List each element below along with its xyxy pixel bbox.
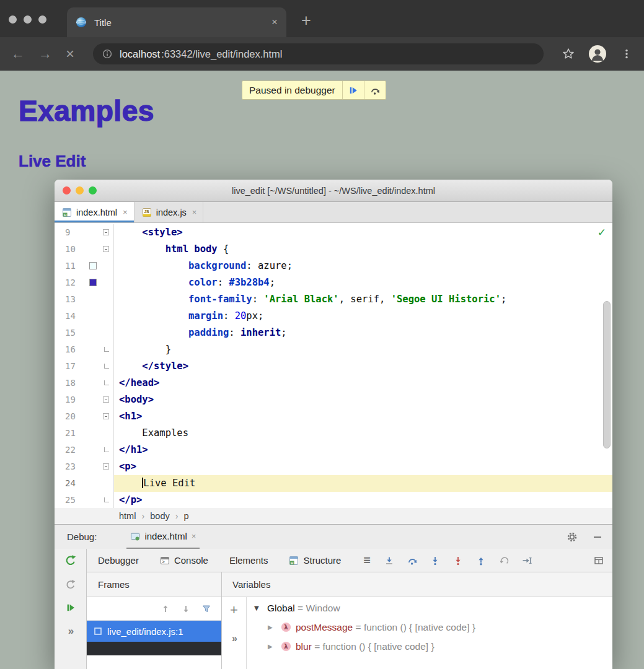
tab-close-icon[interactable]: × [192, 208, 197, 217]
banner-step-over-button[interactable] [364, 81, 386, 99]
new-tab-button[interactable]: + [301, 11, 311, 30]
ide-titlebar[interactable]: live_edit [~/WS/untitled] - ~/WS/live_ed… [55, 180, 612, 202]
code-text[interactable]: </p> [114, 492, 612, 508]
star-icon[interactable] [562, 48, 575, 60]
frame-row[interactable]: live_edit/index.js:1 [87, 621, 221, 642]
code-text[interactable]: </style> [114, 358, 612, 375]
line-number[interactable]: 17 [65, 358, 76, 375]
line-number[interactable]: 24 [65, 475, 76, 492]
run-to-cursor-icon[interactable] [522, 556, 532, 566]
drop-frame-icon[interactable] [499, 556, 509, 566]
forward-icon[interactable]: → [38, 47, 52, 61]
gutter[interactable]: 12 [55, 274, 114, 291]
code-text[interactable]: html body { [114, 241, 612, 258]
tab-elements[interactable]: Elements [229, 555, 268, 566]
gutter[interactable]: 16 [55, 341, 114, 358]
fold-marker[interactable] [103, 413, 109, 419]
code-text[interactable]: <body> [114, 391, 612, 408]
info-icon[interactable] [102, 49, 112, 59]
line-number[interactable]: 13 [65, 291, 76, 308]
code-editor[interactable]: 9 <style>10 html body {11 background: az… [55, 223, 612, 508]
back-icon[interactable]: ← [11, 47, 25, 61]
resume-program-icon[interactable] [66, 603, 76, 613]
code-text[interactable]: </h1> [114, 442, 612, 458]
color-swatch[interactable] [89, 262, 97, 269]
more-icon[interactable]: » [232, 633, 236, 644]
variable-row[interactable]: ▶λpostMessage = function () { [native co… [247, 618, 612, 637]
code-text[interactable]: Examples [114, 425, 612, 442]
gutter[interactable]: 15 [55, 325, 114, 341]
code-text[interactable]: } [114, 341, 612, 358]
code-text[interactable]: padding: inherit; [114, 325, 612, 341]
gutter[interactable]: 22 [55, 442, 114, 458]
line-number[interactable]: 9 [65, 224, 70, 241]
banner-resume-button[interactable] [342, 81, 364, 99]
expand-icon[interactable]: ▶ [268, 624, 276, 631]
line-number[interactable]: 12 [65, 274, 76, 291]
hide-icon[interactable] [593, 532, 602, 542]
editor-scrollbar-thumb[interactable] [603, 301, 611, 448]
step-over-icon[interactable] [407, 556, 417, 566]
breadcrumb-item-p[interactable]: p [184, 511, 189, 521]
gutter[interactable]: 10 [55, 241, 114, 258]
code-text[interactable]: color: #3b28b4; [114, 274, 612, 291]
step-out-icon[interactable] [476, 556, 486, 566]
line-number[interactable]: 20 [65, 408, 76, 425]
ide-zoom-button[interactable] [89, 186, 97, 195]
filter-icon[interactable] [201, 604, 211, 614]
expand-icon[interactable]: ▶ [268, 643, 276, 650]
gutter[interactable]: 21 [55, 425, 114, 442]
address-bar[interactable]: localhost :63342/live_edit/index.html [93, 43, 544, 64]
fold-marker[interactable] [103, 396, 109, 403]
force-step-into-icon[interactable] [453, 556, 463, 566]
gutter[interactable]: 9 [55, 224, 114, 241]
tab-close-icon[interactable]: × [271, 16, 278, 28]
fold-marker[interactable] [103, 463, 109, 470]
tab-console[interactable]: >Console [160, 555, 208, 566]
fold-marker[interactable] [104, 447, 109, 452]
code-text[interactable]: </head> [114, 375, 612, 391]
line-number[interactable]: 14 [65, 308, 76, 325]
code-text[interactable]: <p> [114, 458, 612, 475]
window-minimize-button[interactable] [24, 15, 32, 24]
line-number[interactable]: 19 [65, 391, 76, 408]
fold-marker[interactable] [104, 364, 109, 369]
line-number[interactable]: 16 [65, 341, 76, 358]
gutter[interactable]: 19 [55, 391, 114, 408]
tab-debugger[interactable]: Debugger [98, 555, 139, 566]
gutter[interactable]: 13 [55, 291, 114, 308]
rerun-icon[interactable] [64, 554, 77, 567]
fold-marker[interactable] [103, 246, 109, 252]
debug-tab-close-icon[interactable]: × [192, 531, 196, 541]
gutter[interactable]: 20 [55, 408, 114, 425]
code-text[interactable]: <style> [114, 224, 612, 241]
show-execution-point-icon[interactable] [384, 556, 394, 566]
hamburger-menu-icon[interactable]: ≡ [363, 553, 371, 567]
fold-marker[interactable] [103, 229, 109, 235]
code-text[interactable]: background: azure; [114, 258, 612, 274]
step-into-icon[interactable] [430, 556, 440, 566]
gutter[interactable]: 25 [55, 492, 114, 508]
ide-minimize-button[interactable] [76, 186, 84, 195]
browser-tab[interactable]: Title × [67, 7, 286, 37]
tab-structure[interactable]: HStructure [289, 555, 341, 566]
stop-loading-icon[interactable]: × [66, 46, 74, 61]
reload-icon[interactable] [65, 579, 76, 590]
more-icon[interactable]: » [68, 625, 73, 637]
gutter[interactable]: 17 [55, 358, 114, 375]
layout-grid-icon[interactable] [594, 556, 604, 566]
collapse-icon[interactable]: ▼ [254, 605, 262, 611]
fold-marker[interactable] [104, 380, 109, 385]
settings-gear-icon[interactable] [567, 531, 578, 543]
avatar-icon[interactable] [588, 45, 607, 63]
debug-session-tab[interactable]: index.html × [126, 525, 200, 549]
variables-tree[interactable]: ▼Global = Window▶λpostMessage = function… [247, 597, 612, 669]
line-number[interactable]: 22 [65, 442, 76, 458]
tab-close-icon[interactable]: × [123, 208, 128, 217]
variable-row[interactable]: ▼Global = Window [247, 598, 612, 618]
line-number[interactable]: 25 [65, 492, 76, 508]
color-swatch[interactable] [89, 279, 97, 286]
code-text[interactable]: Live Edit [114, 475, 612, 492]
gutter[interactable]: 23 [55, 458, 114, 475]
gutter[interactable]: 14 [55, 308, 114, 325]
